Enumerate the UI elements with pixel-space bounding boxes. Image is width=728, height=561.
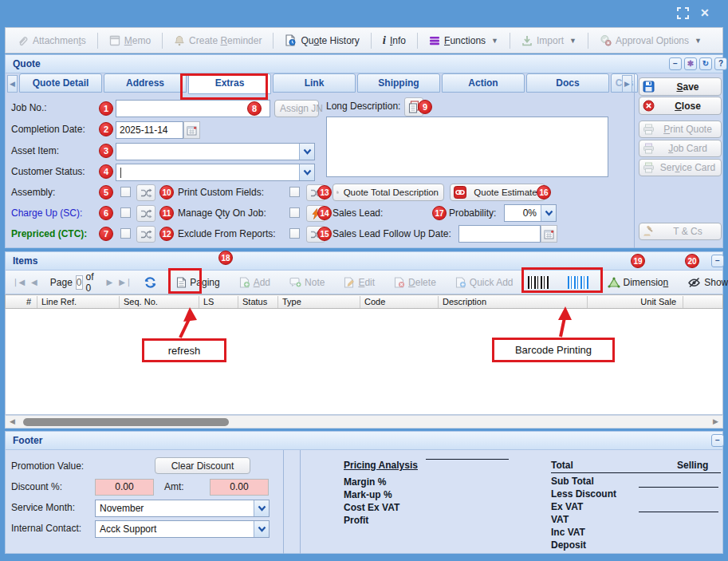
- quote-history-button[interactable]: Quote History: [279, 32, 364, 49]
- assembly-shuffle-button[interactable]: [136, 184, 155, 201]
- paging-button[interactable]: Paging: [172, 275, 223, 290]
- exclude-reports-label: Exclude From Reports:: [178, 228, 276, 239]
- manage-qty-checkbox[interactable]: [289, 207, 300, 218]
- totals-col2-header: Selling: [677, 460, 708, 471]
- service-card-button[interactable]: Service Card: [639, 159, 722, 176]
- delete-button[interactable]: Delete: [390, 275, 440, 290]
- print-quote-button[interactable]: Print Quote: [639, 120, 722, 138]
- prev-page-icon[interactable]: ◀: [30, 278, 39, 286]
- discount-input[interactable]: 0.00: [95, 479, 154, 496]
- column-header-seq-no[interactable]: Seq. No.: [119, 296, 199, 308]
- quote-total-description-label: Quote Total Description: [339, 188, 443, 197]
- edit-button[interactable]: Edit: [340, 275, 379, 290]
- next-page-icon[interactable]: ▶: [105, 278, 115, 286]
- tab-address[interactable]: Address: [104, 73, 187, 93]
- print-custom-fields-checkbox[interactable]: [289, 187, 300, 197]
- dimension-label: Dimension: [624, 277, 669, 288]
- scroll-left-icon[interactable]: ◀: [10, 417, 15, 425]
- service-month-select[interactable]: November: [95, 500, 270, 517]
- dimension-button[interactable]: Dimension: [604, 275, 673, 290]
- long-description-textarea[interactable]: [326, 117, 608, 177]
- column-header-ls[interactable]: LS: [199, 296, 238, 308]
- quote-help-button[interactable]: ?: [714, 57, 727, 70]
- column-header-status[interactable]: Status: [238, 296, 277, 308]
- shuffle-icon: [140, 209, 152, 219]
- clear-discount-button[interactable]: Clear Discount: [155, 457, 250, 474]
- sales-lead-followup-input[interactable]: [458, 225, 541, 243]
- charge-up-checkbox[interactable]: [120, 207, 131, 218]
- completion-date-input[interactable]: 2025-11-14: [116, 121, 183, 139]
- items-grid-body[interactable]: [5, 309, 723, 415]
- assign-jn-button[interactable]: Assign JN: [274, 100, 319, 117]
- show-hide-label: Show/Hide: [704, 277, 728, 288]
- approval-options-button[interactable]: Approval Options ▼: [594, 32, 707, 49]
- assembly-checkbox[interactable]: [120, 187, 131, 197]
- note-button[interactable]: Note: [285, 275, 329, 290]
- tab-docs[interactable]: Docs: [526, 73, 609, 93]
- column-header-description[interactable]: Description: [438, 296, 587, 308]
- asset-item-select[interactable]: [116, 143, 315, 160]
- asset-item-label: Asset Item:: [11, 145, 59, 156]
- quick-add-button[interactable]: Quick Add: [451, 275, 517, 290]
- terms-button[interactable]: T & Cs: [639, 223, 722, 240]
- prepriced-checkbox[interactable]: [120, 228, 131, 239]
- column-header-line-ref[interactable]: Line Ref.: [37, 296, 119, 308]
- memo-icon: [109, 35, 120, 46]
- tab-link[interactable]: Link: [273, 73, 356, 93]
- page-label: Page: [50, 277, 73, 288]
- quote-total-description-button[interactable]: Quote Total Description: [333, 184, 444, 201]
- quote-settings-button[interactable]: ✱: [684, 57, 697, 70]
- followup-date-picker-button[interactable]: [541, 225, 557, 243]
- barcode-blue-button[interactable]: [564, 275, 592, 290]
- import-button[interactable]: Import ▼: [516, 33, 582, 49]
- footer-divider: [300, 450, 301, 554]
- info-button[interactable]: i Info: [377, 31, 411, 49]
- tab-action[interactable]: Action: [442, 73, 525, 93]
- save-button[interactable]: Save: [639, 77, 722, 96]
- tab-extras[interactable]: Extras: [188, 73, 271, 94]
- tab-quote-detail[interactable]: Quote Detail: [19, 73, 102, 93]
- last-page-icon[interactable]: ▶❘: [117, 278, 133, 286]
- quote-refresh-button[interactable]: ↻: [699, 57, 712, 70]
- create-reminder-button[interactable]: Create Reminder: [168, 33, 267, 49]
- memo-button[interactable]: Memo: [104, 33, 156, 49]
- exclude-reports-checkbox[interactable]: [289, 228, 300, 239]
- tabs-scroll-left-button[interactable]: ◀: [7, 75, 18, 93]
- restore-window-icon[interactable]: [677, 7, 690, 20]
- barcode-black-button[interactable]: [524, 275, 553, 290]
- amt-input[interactable]: 0.00: [210, 479, 269, 496]
- tab-shipping[interactable]: Shipping: [357, 73, 440, 93]
- scrollbar-thumb[interactable]: [23, 418, 229, 426]
- column-header-unit-sale[interactable]: Unit Sale: [587, 296, 683, 308]
- job-card-button[interactable]: Job Card: [639, 140, 722, 157]
- tabs-scroll-right-button[interactable]: ▶: [622, 75, 632, 93]
- refresh-button[interactable]: [140, 275, 161, 290]
- items-horizontal-scrollbar[interactable]: ◀ ▶: [5, 415, 723, 429]
- callout-15: 15: [317, 227, 332, 241]
- charge-up-shuffle-button[interactable]: [136, 205, 155, 222]
- collapse-footer-button[interactable]: −: [711, 434, 724, 447]
- internal-contact-select[interactable]: Acck Support: [95, 520, 270, 538]
- completion-date-picker-button[interactable]: [183, 121, 200, 139]
- show-hide-button[interactable]: Show/Hide: [683, 275, 728, 290]
- customer-status-select[interactable]: [116, 164, 315, 181]
- collapse-items-button[interactable]: −: [711, 255, 724, 267]
- quote-section-header: Quote − ✱ ↻ ?: [5, 54, 723, 73]
- attachments-button[interactable]: Attachments: [12, 33, 92, 49]
- add-button[interactable]: Add: [235, 275, 274, 290]
- close-button[interactable]: Close: [639, 97, 722, 115]
- column-header-type[interactable]: Type: [277, 296, 360, 308]
- prepriced-shuffle-button[interactable]: [136, 226, 155, 243]
- column-header-code[interactable]: Code: [360, 296, 438, 308]
- close-window-icon[interactable]: ✕: [700, 7, 713, 20]
- collapse-quote-button[interactable]: −: [669, 57, 682, 70]
- totals-row-inc-vat: Inc VAT: [551, 527, 585, 538]
- callout-7: 7: [99, 227, 113, 241]
- scroll-right-icon[interactable]: ▶: [713, 417, 718, 425]
- first-page-icon[interactable]: ❘◀: [10, 278, 26, 286]
- probability-select[interactable]: 0%: [504, 204, 557, 222]
- page-input[interactable]: 0: [76, 275, 83, 290]
- quote-estimate-button[interactable]: Quote Estimate: [450, 184, 545, 201]
- column-header-number[interactable]: #: [17, 296, 37, 308]
- functions-button[interactable]: Functions ▼: [423, 33, 504, 49]
